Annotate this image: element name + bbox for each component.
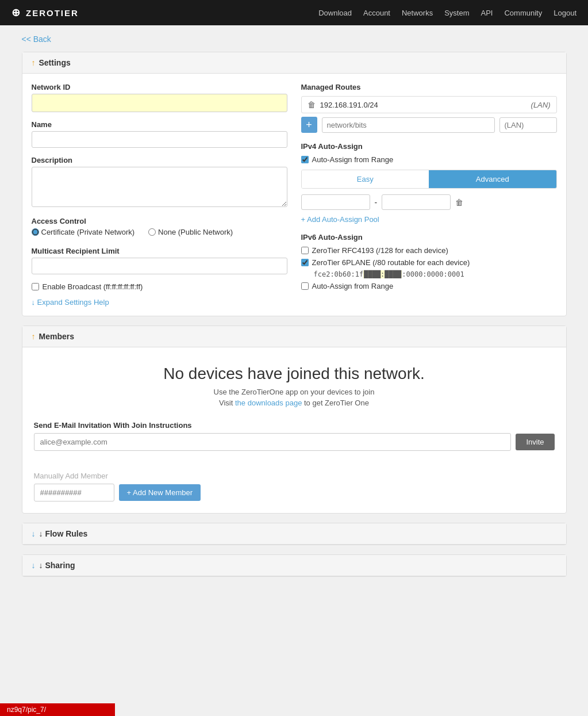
description-group: Description bbox=[32, 156, 287, 209]
nav-networks[interactable]: Networks bbox=[402, 9, 433, 17]
ipv6-range-row: Auto-Assign from Range bbox=[301, 282, 557, 290]
ipv4-title: IPv4 Auto-Assign bbox=[301, 142, 557, 151]
ipv6-address-prefix: fce2:0b60:1f bbox=[314, 270, 364, 278]
invite-button[interactable]: Invite bbox=[516, 434, 554, 450]
nav-links: Download Account Networks System API Com… bbox=[318, 9, 577, 17]
nav-account[interactable]: Account bbox=[363, 9, 390, 17]
ipv4-tabs: Easy Advanced bbox=[301, 170, 557, 189]
settings-section: ↑ Settings Network ID Name 测试 Descripti bbox=[22, 52, 567, 316]
settings-title: Settings bbox=[39, 58, 71, 67]
ipv4-auto-assign-checkbox[interactable] bbox=[301, 156, 309, 163]
manual-add-label: Manually Add Member bbox=[34, 472, 555, 480]
broadcast-group: Enable Broadcast (ff:ff:ff:ff:ff:ff) bbox=[32, 282, 287, 291]
brand-name: ZEROTIER bbox=[26, 8, 79, 18]
nav-community[interactable]: Community bbox=[504, 9, 542, 17]
tab-advanced[interactable]: Advanced bbox=[429, 170, 556, 188]
name-input[interactable]: 测试 bbox=[32, 131, 287, 148]
brand: ⊕ ZEROTIER bbox=[11, 6, 79, 19]
ipv6-address-middle: ████:████ bbox=[363, 270, 402, 278]
name-label: Name bbox=[32, 120, 287, 129]
add-member-button[interactable]: + Add New Member bbox=[119, 484, 201, 501]
back-link[interactable]: << Back bbox=[22, 35, 51, 44]
invite-section: Send E-Mail Invitation With Join Instruc… bbox=[22, 421, 566, 472]
downloads-link[interactable]: the downloads page bbox=[235, 399, 302, 407]
route-type: (LAN) bbox=[531, 101, 551, 109]
ipv6-rfc4193-label: ZeroTier RFC4193 (/128 for each device) bbox=[312, 246, 448, 255]
sharing-header[interactable]: ↓ ↓ Sharing bbox=[22, 555, 566, 576]
members-arrow-icon: ↑ bbox=[32, 332, 36, 341]
network-id-label: Network ID bbox=[32, 83, 287, 91]
description-input[interactable] bbox=[32, 167, 287, 207]
add-pool-link[interactable]: + Add Auto-Assign Pool bbox=[301, 215, 379, 224]
broadcast-label: Enable Broadcast (ff:ff:ff:ff:ff:ff) bbox=[43, 282, 143, 291]
ipv6-rfc4193-row: ZeroTier RFC4193 (/128 for each device) bbox=[301, 246, 557, 255]
managed-routes-section: Managed Routes 🗑 192.168.191.0/24 (LAN) … bbox=[301, 83, 557, 133]
ipv4-auto-assign-label: Auto-Assign from Range bbox=[312, 155, 394, 164]
multicast-input[interactable]: 32 bbox=[32, 258, 287, 274]
sharing-section: ↓ ↓ Sharing bbox=[22, 554, 567, 577]
ipv6-6plane-checkbox[interactable] bbox=[301, 259, 309, 266]
manual-member-input[interactable] bbox=[34, 484, 114, 501]
multicast-label: Multicast Recipient Limit bbox=[32, 247, 287, 255]
add-route-row: + bbox=[301, 117, 557, 133]
members-title: Members bbox=[39, 332, 74, 341]
delete-range-button[interactable]: 🗑 bbox=[455, 198, 463, 207]
access-certificate-radio[interactable] bbox=[32, 228, 39, 236]
invite-row: Invite bbox=[34, 433, 555, 451]
logo-icon: ⊕ bbox=[11, 6, 21, 19]
managed-routes-title: Managed Routes bbox=[301, 83, 557, 91]
ipv6-section: IPv6 Auto-Assign ZeroTier RFC4193 (/128 … bbox=[301, 233, 557, 290]
ipv6-6plane-label: ZeroTier 6PLANE (/80 routable for each d… bbox=[312, 258, 470, 267]
nav-download[interactable]: Download bbox=[318, 9, 352, 17]
new-route-input[interactable] bbox=[322, 117, 495, 133]
manual-add-row: + Add New Member bbox=[34, 484, 555, 501]
nav-api[interactable]: API bbox=[481, 9, 493, 17]
access-certificate-option[interactable]: Certificate (Private Network) bbox=[32, 228, 135, 236]
members-empty-text1: Use the ZeroTierOne app on your devices … bbox=[34, 388, 555, 396]
ipv6-6plane-row: ZeroTier 6PLANE (/80 routable for each d… bbox=[301, 258, 557, 267]
add-route-button[interactable]: + bbox=[301, 117, 317, 133]
invite-email-input[interactable] bbox=[34, 433, 512, 451]
nav-system[interactable]: System bbox=[444, 9, 469, 17]
members-section: ↑ Members No devices have joined this ne… bbox=[22, 326, 567, 514]
new-route-lan-input[interactable] bbox=[499, 117, 557, 133]
ipv6-rfc4193-checkbox[interactable] bbox=[301, 247, 309, 254]
settings-body: Network ID Name 测试 Description Access Co… bbox=[22, 74, 566, 316]
access-none-option[interactable]: None (Public Network) bbox=[148, 228, 233, 236]
ip-range-end[interactable]: 192.168.191.254 bbox=[382, 194, 451, 210]
network-id-group: Network ID bbox=[32, 83, 287, 112]
tab-easy[interactable]: Easy bbox=[302, 170, 429, 188]
multicast-group: Multicast Recipient Limit 32 bbox=[32, 247, 287, 274]
managed-route-row: 🗑 192.168.191.0/24 (LAN) bbox=[301, 96, 557, 113]
access-none-radio[interactable] bbox=[148, 228, 156, 236]
delete-route-icon[interactable]: 🗑 bbox=[308, 100, 316, 109]
nav-logout[interactable]: Logout bbox=[554, 9, 577, 17]
settings-arrow-icon: ↑ bbox=[32, 58, 36, 67]
ip-range-start[interactable]: 192.168.191.1 bbox=[301, 194, 370, 210]
ipv6-address-suffix: :0000:0000:0001 bbox=[402, 270, 464, 278]
ipv6-address: fce2:0b60:1f████:████:0000:0000:0001 bbox=[314, 270, 557, 278]
route-ip: 192.168.191.0/24 bbox=[320, 101, 526, 109]
flow-rules-title: ↓ Flow Rules bbox=[39, 529, 88, 538]
settings-grid: Network ID Name 测试 Description Access Co… bbox=[32, 83, 557, 307]
flow-rules-arrow-icon: ↓ bbox=[32, 529, 36, 538]
access-certificate-label: Certificate (Private Network) bbox=[41, 228, 135, 236]
invite-label: Send E-Mail Invitation With Join Instruc… bbox=[34, 421, 555, 430]
ip-range-dash: - bbox=[375, 198, 378, 207]
manual-add-section: Manually Add Member + Add New Member bbox=[22, 472, 566, 513]
members-empty-title: No devices have joined this network. bbox=[34, 365, 555, 383]
access-control-group: Access Control Certificate (Private Netw… bbox=[32, 217, 287, 239]
ipv6-title: IPv6 Auto-Assign bbox=[301, 233, 557, 242]
access-control-label: Access Control bbox=[32, 217, 287, 225]
flow-rules-header[interactable]: ↓ ↓ Flow Rules bbox=[22, 523, 566, 545]
expand-settings-link[interactable]: ↓ Expand Settings Help bbox=[32, 298, 109, 307]
settings-right: Managed Routes 🗑 192.168.191.0/24 (LAN) … bbox=[301, 83, 557, 307]
name-group: Name 测试 bbox=[32, 120, 287, 148]
members-header: ↑ Members bbox=[22, 326, 566, 347]
ip-range-row: 192.168.191.1 - 192.168.191.254 🗑 bbox=[301, 194, 557, 210]
network-id-field[interactable] bbox=[32, 94, 287, 112]
page-content: << Back ↑ Settings Network ID Name 测试 bbox=[13, 25, 576, 595]
ipv6-range-checkbox[interactable] bbox=[301, 282, 309, 290]
navbar: ⊕ ZEROTIER Download Account Networks Sys… bbox=[0, 0, 588, 25]
broadcast-checkbox[interactable] bbox=[32, 283, 39, 290]
